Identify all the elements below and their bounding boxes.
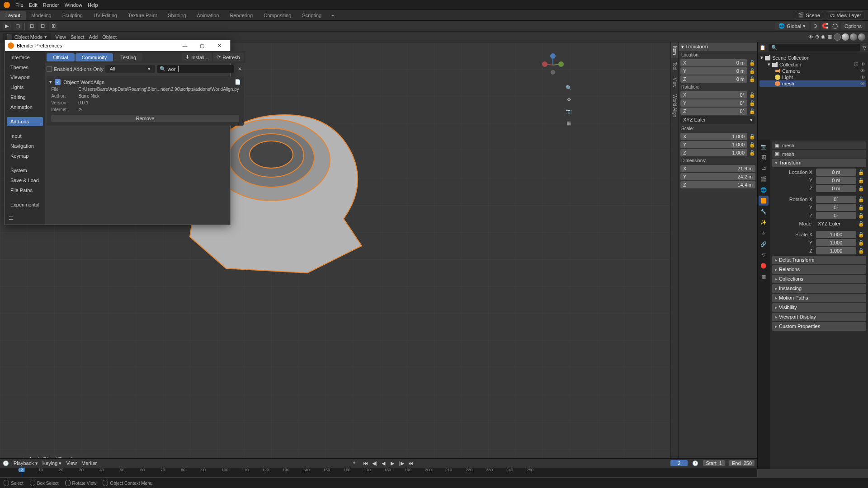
xray-icon[interactable]: ▦ bbox=[827, 34, 832, 40]
move-icon[interactable]: ✥ bbox=[564, 95, 573, 104]
addon-search-input[interactable]: 🔍wor▏ bbox=[157, 65, 234, 73]
menu-object[interactable]: Object bbox=[102, 34, 117, 40]
lock-icon[interactable]: 🔓 bbox=[749, 134, 755, 140]
tab-shading[interactable]: Shading bbox=[162, 11, 191, 20]
zoom-icon[interactable]: 🔍 bbox=[564, 83, 573, 92]
prop-scale-x[interactable]: 1.000 bbox=[816, 231, 856, 238]
timeline-type-icon[interactable]: 🕐 bbox=[3, 460, 9, 466]
prefs-menu-icon[interactable]: ☰ bbox=[7, 213, 43, 223]
lock-icon[interactable]: 🔓 bbox=[858, 169, 864, 175]
prop-tab-constraints[interactable]: 🔗 bbox=[759, 239, 769, 249]
snap-icon[interactable]: 🧲 bbox=[821, 22, 829, 30]
lock-icon[interactable]: 🔓 bbox=[749, 68, 755, 74]
docs-icon[interactable]: 📄 bbox=[235, 79, 241, 85]
snap-edge-icon[interactable]: ⊟ bbox=[38, 22, 47, 30]
play-button[interactable]: ▶ bbox=[388, 460, 396, 467]
npanel-tab-tool[interactable]: Tool bbox=[671, 58, 678, 74]
autokey-icon[interactable]: ● bbox=[353, 460, 356, 467]
prefs-navigation[interactable]: Navigation bbox=[7, 141, 43, 150]
prop-tab-scene[interactable]: 🎬 bbox=[759, 174, 769, 184]
rotation-z[interactable]: Z0° bbox=[680, 108, 747, 115]
marker-menu[interactable]: Marker bbox=[81, 460, 97, 466]
orientation-dropdown[interactable]: 🌐 Global ▾ bbox=[775, 22, 809, 30]
scene-collection-row[interactable]: ▾Scene Collection bbox=[760, 54, 866, 61]
prefs-filepaths[interactable]: File Paths bbox=[7, 186, 43, 195]
lock-icon[interactable]: 🔓 bbox=[858, 232, 864, 238]
menu-file[interactable]: File bbox=[15, 2, 24, 8]
camera-icon[interactable]: 📷 bbox=[564, 107, 573, 116]
prop-panel-motionpaths[interactable]: Motion Paths bbox=[772, 294, 866, 302]
rendered-shading-icon[interactable] bbox=[858, 33, 865, 41]
prefs-input[interactable]: Input bbox=[7, 131, 43, 141]
tab-compositing[interactable]: Compositing bbox=[258, 11, 297, 20]
prop-panel-viewport[interactable]: Viewport Display bbox=[772, 313, 866, 321]
collection-row[interactable]: ▾Collection☑👁 bbox=[760, 61, 866, 68]
snap-face-icon[interactable]: ⊞ bbox=[49, 22, 57, 30]
prop-panel-instancing[interactable]: Instancing bbox=[772, 284, 866, 293]
add-workspace-button[interactable]: + bbox=[327, 11, 339, 20]
prop-scale-y[interactable]: 1.000 bbox=[816, 239, 856, 246]
prop-scale-z[interactable]: 1.000 bbox=[816, 247, 856, 254]
prefs-system[interactable]: System bbox=[7, 166, 43, 175]
prefs-themes[interactable]: Themes bbox=[7, 63, 43, 72]
navigation-gizmo[interactable] bbox=[539, 52, 566, 79]
lock-icon[interactable]: 🔓 bbox=[749, 76, 755, 82]
play-reverse-button[interactable]: ◀ bbox=[379, 460, 387, 467]
eye-icon[interactable]: 👁 bbox=[860, 68, 865, 74]
tab-texture-paint[interactable]: Texture Paint bbox=[123, 11, 162, 20]
lock-icon[interactable]: 🔓 bbox=[858, 205, 864, 211]
lock-icon[interactable]: 🔓 bbox=[749, 142, 755, 148]
menu-window[interactable]: Window bbox=[65, 2, 82, 8]
npanel-tab-view[interactable]: View bbox=[671, 74, 678, 91]
outliner-search[interactable]: 🔍 bbox=[769, 44, 860, 52]
prop-tab-material[interactable]: 🔴 bbox=[759, 261, 769, 271]
tab-scripting[interactable]: Scripting bbox=[297, 11, 327, 20]
prop-tab-physics[interactable]: ⚛ bbox=[759, 228, 769, 238]
location-y[interactable]: Y0 m bbox=[680, 67, 747, 75]
prop-tab-world[interactable]: 🌐 bbox=[759, 185, 769, 195]
tab-uv-editing[interactable]: UV Editing bbox=[88, 11, 123, 20]
close-button[interactable]: ✕ bbox=[211, 41, 227, 50]
keyframe-next-button[interactable]: |▶ bbox=[397, 460, 406, 467]
menu-view[interactable]: View bbox=[55, 34, 66, 40]
addon-tab-testing[interactable]: Testing bbox=[114, 53, 142, 61]
prop-transform-header[interactable]: Transform bbox=[772, 159, 866, 167]
eye-icon[interactable]: 👁 bbox=[860, 61, 865, 67]
prop-rot-x[interactable]: 0° bbox=[816, 196, 856, 203]
prop-breadcrumb[interactable]: ▣mesh bbox=[772, 141, 866, 149]
current-frame[interactable]: 2 bbox=[670, 460, 688, 466]
prop-panel-delta[interactable]: Delta Transform bbox=[772, 256, 866, 264]
menu-edit[interactable]: Edit bbox=[29, 2, 38, 8]
prop-tab-modifiers[interactable]: 🔧 bbox=[759, 206, 769, 216]
addon-tab-official[interactable]: Official bbox=[47, 53, 74, 61]
rotation-mode-dropdown[interactable]: XYZ Euler▾ bbox=[680, 116, 755, 124]
refresh-button[interactable]: ⟳Refresh bbox=[213, 53, 244, 61]
cursor-icon[interactable]: ▶ bbox=[3, 22, 11, 30]
proportional-icon[interactable]: ◯ bbox=[831, 22, 839, 30]
rotation-x[interactable]: X0° bbox=[680, 91, 747, 99]
options-dropdown[interactable]: Options bbox=[841, 23, 865, 30]
maximize-button[interactable]: ▢ bbox=[194, 41, 210, 50]
rotation-y[interactable]: Y0° bbox=[680, 99, 747, 107]
prop-panel-collections[interactable]: Collections bbox=[772, 275, 866, 283]
timeline-ruler[interactable]: 2 01020304050607080901001101201301401501… bbox=[0, 468, 757, 477]
timeline-view-menu[interactable]: View bbox=[66, 460, 77, 466]
snap-vertex-icon[interactable]: ⊡ bbox=[28, 22, 36, 30]
prop-rotmode[interactable]: XYZ Euler bbox=[815, 220, 856, 227]
prop-tab-output[interactable]: 🖼 bbox=[759, 152, 769, 162]
prop-rot-y[interactable]: 0° bbox=[816, 204, 856, 211]
enabled-only-checkbox[interactable]: Enabled Add-ons Only bbox=[47, 66, 103, 72]
prefs-interface[interactable]: Interface bbox=[7, 53, 43, 62]
transform-panel-header[interactable]: ▾ Transform bbox=[679, 42, 757, 51]
keying-menu[interactable]: Keying ▾ bbox=[42, 460, 62, 466]
prop-panel-custom[interactable]: Custom Properties bbox=[772, 322, 866, 331]
prop-loc-x[interactable]: 0 m bbox=[816, 169, 856, 176]
prefs-titlebar[interactable]: Blender Preferences — ▢ ✕ bbox=[5, 40, 230, 51]
playback-menu[interactable]: Playback ▾ bbox=[14, 460, 38, 466]
lock-icon[interactable]: 🔓 bbox=[858, 221, 864, 227]
prop-rot-z[interactable]: 0° bbox=[816, 212, 856, 219]
prefs-viewport[interactable]: Viewport bbox=[7, 73, 43, 82]
prop-loc-y[interactable]: 0 m bbox=[816, 177, 856, 184]
eye-icon[interactable]: 👁 bbox=[860, 81, 865, 86]
prefs-animation[interactable]: Animation bbox=[7, 103, 43, 112]
